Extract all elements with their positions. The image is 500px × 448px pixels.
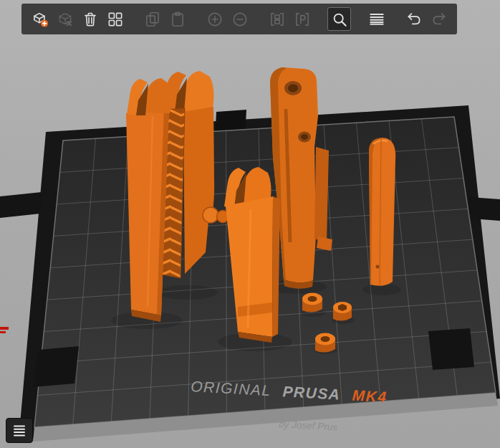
- plus-circle-icon: [206, 10, 224, 29]
- toolbar-delete-button[interactable]: [53, 7, 77, 31]
- paste-icon: [168, 10, 187, 29]
- bed-brand-model: MK4: [352, 387, 388, 406]
- redo-icon: [430, 10, 448, 29]
- add-object-icon: [31, 10, 49, 29]
- toolbar-split-parts-button[interactable]: [290, 7, 314, 31]
- arrange-icon: [106, 10, 125, 29]
- 3d-viewport[interactable]: ORIGINAL PRUSA MK4 by Josef Prus: [0, 0, 500, 448]
- bed-brand-prusa: PRUSA: [282, 383, 341, 402]
- toolbar-add-button[interactable]: [28, 7, 52, 31]
- delete-object-icon: [56, 10, 74, 29]
- split-objects-icon: [268, 10, 287, 29]
- part-nut-hex[interactable]: [333, 302, 352, 321]
- split-parts-icon: [293, 10, 312, 29]
- top-toolbar: [21, 4, 457, 34]
- copy-icon: [143, 10, 162, 29]
- toolbar-search-button[interactable]: [327, 7, 351, 31]
- minus-circle-icon: [231, 10, 249, 29]
- bed-front-right-cutout: [428, 328, 474, 370]
- toolbar-redo-button[interactable]: [427, 7, 451, 31]
- bed-left-tab: [0, 192, 42, 218]
- collapse-sidebar-button[interactable]: [6, 418, 33, 443]
- search-icon: [330, 10, 349, 29]
- toolbar-undo-button[interactable]: [402, 7, 426, 31]
- toolbar-arrange-button[interactable]: [103, 7, 127, 31]
- toolbar-separator: [128, 19, 140, 19]
- part-rounded-bar[interactable]: [369, 138, 395, 286]
- toolbar-separator: [190, 19, 202, 19]
- bed-byline-text: by Josef Prus: [279, 419, 338, 433]
- part-nut-2[interactable]: [315, 333, 335, 353]
- toolbar-separator: [252, 19, 264, 19]
- toolbar-separator: [389, 19, 401, 19]
- bed-front-left-cutout: [33, 346, 79, 387]
- toolbar-copy-button[interactable]: [140, 7, 164, 31]
- red-marker: [0, 327, 9, 335]
- layers-icon: [367, 10, 386, 29]
- trash-icon: [81, 10, 100, 29]
- toolbar-split-objects-button[interactable]: [265, 7, 289, 31]
- toolbar-paste-button[interactable]: [165, 7, 189, 31]
- toolbar-remove-instance-button[interactable]: [228, 7, 251, 31]
- toolbar-add-instance-button[interactable]: [203, 7, 226, 31]
- print-bed-scene: ORIGINAL PRUSA MK4 by Josef Prus: [0, 0, 500, 448]
- stacked-lines-icon: [11, 423, 28, 439]
- toolbar-separator: [352, 19, 364, 19]
- part-nut-1[interactable]: [302, 293, 322, 313]
- toolbar-delete-all-button[interactable]: [78, 7, 102, 31]
- toolbar-separator: [314, 19, 327, 19]
- undo-icon: [405, 10, 423, 29]
- toolbar-layer-height-button[interactable]: [365, 7, 388, 31]
